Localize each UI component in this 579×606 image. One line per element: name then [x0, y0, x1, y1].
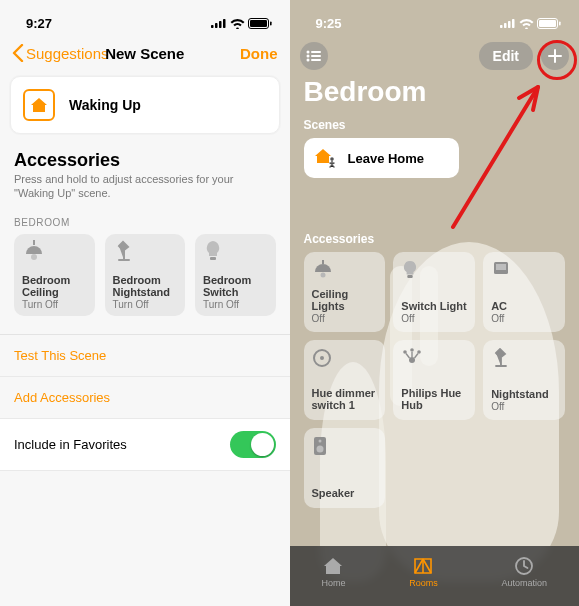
left-screen: 9:27 Suggestions New Scene Done Waking U… [0, 0, 290, 606]
accessory-tile[interactable]: Philips Hue Hub [393, 340, 475, 420]
svg-rect-7 [33, 240, 35, 245]
signal-icon [500, 18, 516, 28]
done-button[interactable]: Done [240, 45, 278, 62]
svg-rect-24 [322, 260, 324, 264]
svg-point-37 [316, 446, 323, 453]
svg-point-33 [418, 350, 422, 354]
ceiling-light-icon [22, 240, 46, 262]
status-bar: 9:27 [0, 0, 290, 36]
accessory-tile[interactable]: Hue dimmer switch 1 [304, 340, 386, 420]
edit-button[interactable]: Edit [479, 42, 533, 70]
svg-point-36 [318, 440, 321, 443]
automation-icon [513, 556, 535, 576]
svg-rect-10 [500, 25, 503, 28]
svg-point-34 [411, 348, 415, 352]
signal-icon [211, 18, 227, 28]
svg-rect-11 [504, 23, 507, 28]
accessories-heading: Accessories [14, 150, 276, 171]
acc-state: Off [401, 313, 467, 324]
favorites-toggle[interactable] [230, 431, 276, 458]
tab-home[interactable]: Home [321, 556, 345, 588]
home-icon [322, 556, 344, 576]
include-favorites-row: Include in Favorites [0, 418, 290, 471]
acc-name: Ceiling Lights [312, 288, 378, 312]
svg-rect-2 [219, 21, 222, 28]
accessory-grid: Ceiling LightsOff Switch LightOff ACOff … [290, 252, 580, 508]
svg-rect-3 [223, 19, 226, 28]
tab-bar: Home Rooms Automation [290, 546, 580, 606]
status-time: 9:27 [26, 16, 52, 31]
acc-name: Philips Hue Hub [401, 387, 467, 411]
back-button[interactable]: Suggestions [12, 44, 109, 62]
status-bar: 9:25 [290, 0, 580, 36]
add-accessories-link[interactable]: Add Accessories [0, 377, 290, 418]
accessory-tile[interactable]: NightstandOff [483, 340, 565, 420]
house-icon [30, 97, 48, 113]
acc-name: Speaker [312, 487, 378, 499]
svg-point-8 [31, 254, 37, 260]
tab-automation[interactable]: Automation [502, 556, 548, 588]
svg-rect-9 [210, 257, 216, 260]
tile-name: Bedroom Ceiling Lig… [22, 274, 87, 298]
acc-name: Switch Light [401, 300, 467, 312]
wifi-icon [519, 18, 534, 29]
accessories-header: Accessories Press and hold to adjust acc… [0, 150, 290, 201]
accessory-tile[interactable]: ACOff [483, 252, 565, 332]
svg-rect-0 [211, 25, 214, 28]
ceiling-light-icon [312, 260, 334, 280]
ac-icon [491, 260, 511, 278]
accessory-tile[interactable]: Bedroom Ceiling Lig… Turn Off [14, 234, 95, 316]
svg-point-30 [320, 356, 324, 360]
svg-point-25 [320, 273, 325, 278]
dimmer-icon [312, 348, 332, 368]
scene-name-field[interactable]: Waking Up [69, 97, 141, 113]
svg-rect-12 [508, 21, 511, 28]
list-icon [306, 50, 322, 62]
svg-rect-20 [311, 55, 321, 57]
room-label: BEDROOM [0, 201, 290, 234]
accessory-tile[interactable]: Switch LightOff [393, 252, 475, 332]
accessory-tile[interactable]: Ceiling LightsOff [304, 252, 386, 332]
tab-label: Rooms [409, 578, 438, 588]
accessory-tile[interactable]: Bedroom Nightstand Turn Off [105, 234, 186, 316]
leave-home-icon [314, 148, 338, 168]
nav-title: New Scene [105, 45, 184, 62]
tile-state: Turn Off [203, 299, 268, 310]
battery-icon [537, 18, 561, 29]
acc-state: Off [491, 313, 557, 324]
svg-rect-16 [559, 21, 561, 25]
acc-state: Off [312, 313, 378, 324]
status-icons [500, 18, 561, 29]
accessory-tile[interactable]: Speaker [304, 428, 386, 508]
annotation-arrow [433, 72, 553, 232]
right-screen: 9:25 Edit Bedroom Sce [290, 0, 580, 606]
test-scene-link[interactable]: Test This Scene [0, 335, 290, 377]
svg-rect-18 [311, 51, 321, 53]
bulb-icon [401, 260, 419, 280]
tile-state: Turn Off [113, 299, 178, 310]
tile-state: Turn Off [22, 299, 87, 310]
svg-point-17 [306, 51, 309, 54]
scene-name: Leave Home [348, 151, 425, 166]
speaker-icon [312, 436, 328, 456]
svg-rect-13 [512, 19, 515, 28]
svg-rect-1 [215, 23, 218, 28]
rooms-list-button[interactable] [300, 42, 328, 70]
tile-name: Bedroom Nightstand [113, 274, 178, 298]
acc-state: Off [491, 401, 557, 412]
svg-rect-6 [270, 21, 272, 25]
tab-rooms[interactable]: Rooms [409, 556, 438, 588]
svg-rect-26 [408, 275, 413, 278]
nav-bar: Suggestions New Scene Done [0, 36, 290, 70]
acc-name: Nightstand [491, 388, 557, 400]
desk-lamp-icon [491, 348, 513, 368]
desk-lamp-icon [113, 240, 137, 262]
status-icons [211, 18, 272, 29]
acc-name: AC [491, 300, 557, 312]
hub-icon [401, 348, 423, 366]
wifi-icon [230, 18, 245, 29]
scene-name-card[interactable]: Waking Up [10, 76, 280, 134]
toggle-label: Include in Favorites [14, 437, 127, 452]
accessory-tile[interactable]: Bedroom Switch Light Turn Off [195, 234, 276, 316]
tab-label: Automation [502, 578, 548, 588]
